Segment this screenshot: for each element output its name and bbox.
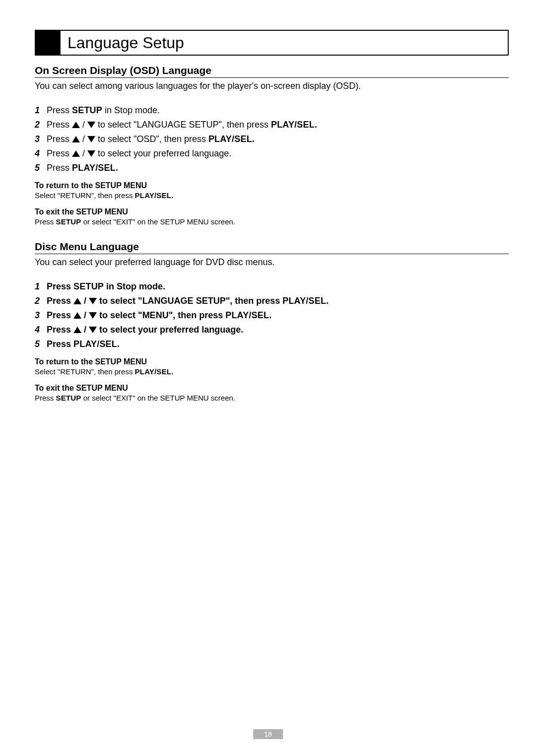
button-label: PLAY/SEL. <box>73 339 120 349</box>
step-text: Press <box>47 134 72 144</box>
step-text: Press <box>47 105 72 115</box>
up-arrow-icon <box>72 150 80 157</box>
step-text: Press <box>47 120 72 130</box>
step-item: 1 Press SETUP in Stop mode. <box>35 105 509 116</box>
section-b-steps: 1 Press SETUP in Stop mode. 2 Press / to… <box>35 281 509 349</box>
button-label: PLAY/SEL. <box>225 310 271 320</box>
step-text: Press <box>47 310 73 320</box>
body-text: Press <box>35 394 56 402</box>
return-body: Select "RETURN", then press PLAY/SEL. <box>35 191 509 200</box>
step-item: 2 Press / to select "LANGUAGE SETUP", th… <box>35 296 509 306</box>
up-arrow-icon <box>72 122 80 128</box>
step-number: 2 <box>35 120 47 130</box>
step-item: 2 Press / to select "LANGUAGE SETUP", th… <box>35 120 509 130</box>
section-a-heading: On Screen Display (OSD) Language <box>35 65 509 76</box>
down-arrow-icon <box>89 298 97 304</box>
step-item: 4 Press / to select your preferred langu… <box>35 325 509 335</box>
step-text: Press <box>47 296 73 306</box>
step-body: Press / to select your preferred languag… <box>47 148 509 159</box>
step-text: to select your preferred language. <box>95 148 231 158</box>
button-label: PLAY/SEL. <box>271 120 317 130</box>
body-text: Select "RETURN", then press <box>35 191 135 200</box>
step-number: 2 <box>35 296 47 306</box>
step-text: Press <box>47 281 73 291</box>
up-arrow-icon <box>73 298 81 304</box>
step-number: 5 <box>35 339 47 349</box>
title-block-icon <box>36 31 61 55</box>
page-title: Language Setup <box>61 31 184 55</box>
step-body: Press / to select your preferred languag… <box>47 325 509 335</box>
button-label: SETUP <box>73 281 104 291</box>
section-a-intro: You can select among various languages f… <box>35 81 509 91</box>
step-item: 3 Press / to select "MENU", then press P… <box>35 310 509 321</box>
step-text: to select "LANGUAGE SETUP", then press <box>95 120 271 130</box>
step-text: Press <box>47 325 73 335</box>
step-body: Press / to select "MENU", then press PLA… <box>47 310 509 321</box>
section-b-intro: You can select your preferred language f… <box>35 257 509 268</box>
section-b-rule <box>35 254 509 254</box>
button-label: PLAY/SEL. <box>135 367 174 376</box>
step-text: in Stop mode. <box>104 281 165 291</box>
step-text: to select your preferred language. <box>97 325 243 335</box>
section-b-heading: Disc Menu Language <box>35 241 509 253</box>
step-body: Press PLAY/SEL. <box>47 339 509 349</box>
step-text: in Stop mode. <box>102 105 160 115</box>
down-arrow-icon <box>89 312 97 319</box>
down-arrow-icon <box>87 122 95 128</box>
step-body: Press / to select "LANGUAGE SETUP", then… <box>47 120 509 130</box>
step-body: Press / to select "LANGUAGE SETUP", then… <box>47 296 509 306</box>
step-text: to select "LANGUAGE SETUP", then press <box>97 296 282 306</box>
step-text: Press <box>47 148 72 158</box>
step-body: Press PLAY/SEL. <box>47 163 509 173</box>
section-a-rule <box>35 77 509 78</box>
step-text: to select "MENU", then press <box>97 310 225 320</box>
up-arrow-icon <box>73 327 81 333</box>
body-text: or select "EXIT" on the SETUP MENU scree… <box>81 394 235 402</box>
exit-heading: To exit the SETUP MENU <box>35 207 509 216</box>
step-item: 1 Press SETUP in Stop mode. <box>35 281 509 292</box>
step-body: Press SETUP in Stop mode. <box>47 105 509 116</box>
body-text: or select "EXIT" on the SETUP MENU scree… <box>81 217 235 226</box>
step-item: 4 Press / to select your preferred langu… <box>35 148 509 159</box>
return-heading: To return to the SETUP MENU <box>35 181 509 190</box>
step-number: 1 <box>35 105 47 116</box>
step-number: 1 <box>35 281 47 292</box>
button-label: PLAY/SEL. <box>135 191 174 200</box>
exit-body: Press SETUP or select "EXIT" on the SETU… <box>35 217 509 226</box>
button-label: SETUP <box>72 105 102 115</box>
step-text: Press <box>47 339 73 349</box>
return-heading: To return to the SETUP MENU <box>35 357 509 366</box>
body-text: Select "RETURN", then press <box>35 367 135 376</box>
body-text: Press <box>35 217 56 226</box>
down-arrow-icon <box>89 327 97 333</box>
step-item: 5 Press PLAY/SEL. <box>35 339 509 349</box>
section-a-steps: 1 Press SETUP in Stop mode. 2 Press / to… <box>35 105 509 173</box>
down-arrow-icon <box>87 136 95 142</box>
step-number: 5 <box>35 163 47 173</box>
step-number: 4 <box>35 325 47 335</box>
up-arrow-icon <box>72 136 80 142</box>
step-item: 3 Press / to select "OSD", then press PL… <box>35 134 509 144</box>
manual-page: Language Setup On Screen Display (OSD) L… <box>0 0 536 756</box>
return-body: Select "RETURN", then press PLAY/SEL. <box>35 367 509 376</box>
exit-heading: To exit the SETUP MENU <box>35 384 509 393</box>
button-label: PLAY/SEL. <box>72 163 118 173</box>
down-arrow-icon <box>87 150 95 157</box>
step-number: 3 <box>35 134 47 144</box>
button-label: PLAY/SEL. <box>208 134 255 144</box>
step-text: Press <box>47 163 72 173</box>
step-number: 3 <box>35 310 47 321</box>
button-label: SETUP <box>56 394 81 402</box>
page-number: 18 <box>253 729 283 739</box>
step-text: to select "OSD", then press <box>95 134 208 144</box>
step-item: 5 Press PLAY/SEL. <box>35 163 509 173</box>
up-arrow-icon <box>73 312 81 319</box>
step-number: 4 <box>35 148 47 159</box>
step-body: Press SETUP in Stop mode. <box>47 281 509 292</box>
exit-body: Press SETUP or select "EXIT" on the SETU… <box>35 394 509 402</box>
button-label: SETUP <box>56 217 81 226</box>
title-bar: Language Setup <box>35 30 509 56</box>
button-label: PLAY/SEL. <box>282 296 329 306</box>
step-body: Press / to select "OSD", then press PLAY… <box>47 134 509 144</box>
